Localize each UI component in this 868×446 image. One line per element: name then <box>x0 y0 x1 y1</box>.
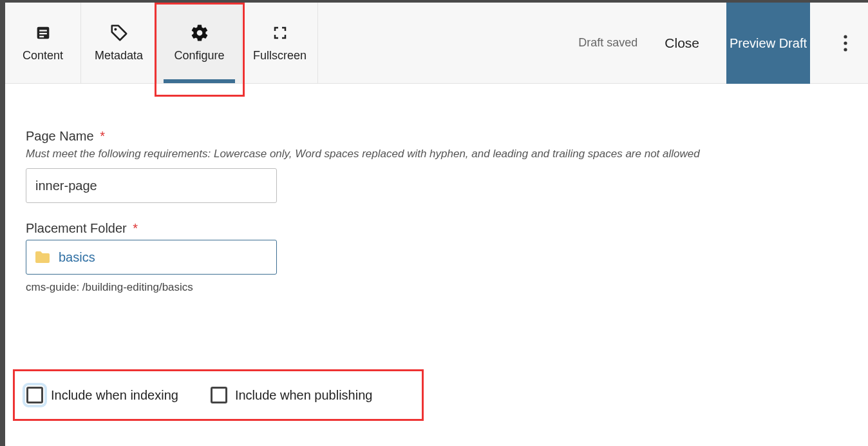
content-icon <box>33 23 53 43</box>
page-name-input[interactable] <box>26 168 277 203</box>
kebab-icon <box>844 35 847 52</box>
fullscreen-icon <box>270 23 290 43</box>
tab-content[interactable]: Content <box>5 3 81 83</box>
checkbox-box <box>26 387 43 403</box>
placement-folder-path: cms-guide: /building-editing/basics <box>26 281 842 294</box>
placement-folder-value: basics <box>59 250 95 265</box>
tab-content-label: Content <box>23 49 63 63</box>
toolbar-tabs: Content Metadata Configure Fullscreen <box>5 3 318 83</box>
page-name-help: Must meet the following requirements: Lo… <box>26 148 842 160</box>
preview-draft-button[interactable]: Preview Draft <box>726 3 810 84</box>
placement-folder-label-text: Placement Folder <box>26 221 127 235</box>
tab-metadata-label: Metadata <box>95 49 143 63</box>
svg-point-6 <box>844 41 847 44</box>
tab-configure-label: Configure <box>174 49 224 63</box>
include-publishing-label: Include when publishing <box>235 388 373 403</box>
close-button[interactable]: Close <box>657 32 707 55</box>
placement-folder-label: Placement Folder * <box>26 221 842 236</box>
field-placement-folder: Placement Folder * basics cms-guide: /bu… <box>26 221 842 294</box>
app-viewport: Content Metadata Configure Fullscreen <box>0 0 868 446</box>
left-gutter <box>0 0 5 446</box>
field-page-name: Page Name * Must meet the following requ… <box>26 129 842 203</box>
include-indexing-label: Include when indexing <box>51 388 178 403</box>
required-marker: * <box>100 129 105 143</box>
tab-metadata[interactable]: Metadata <box>81 3 157 83</box>
configure-form: Page Name * Must meet the following requ… <box>26 129 842 312</box>
svg-rect-1 <box>39 30 47 31</box>
required-marker: * <box>133 221 138 235</box>
svg-rect-2 <box>39 33 47 34</box>
page-name-label-text: Page Name <box>26 129 94 143</box>
folder-icon <box>34 250 51 264</box>
include-indexing-checkbox[interactable]: Include when indexing <box>26 387 178 403</box>
toolbar-spacer <box>318 3 578 83</box>
annotation-checkbox-highlight: Include when indexing Include when publi… <box>13 369 424 421</box>
svg-rect-3 <box>39 36 44 37</box>
svg-point-7 <box>844 48 847 51</box>
tab-configure[interactable]: Configure <box>157 3 242 83</box>
tab-fullscreen-label: Fullscreen <box>253 49 307 63</box>
draft-status: Draft saved <box>578 36 637 50</box>
more-actions-button[interactable] <box>829 3 862 84</box>
svg-point-4 <box>114 28 117 30</box>
editor-toolbar: Content Metadata Configure Fullscreen <box>5 3 868 84</box>
page-name-label: Page Name * <box>26 129 842 144</box>
tag-icon <box>109 23 129 43</box>
tab-fullscreen[interactable]: Fullscreen <box>242 3 318 83</box>
toolbar-right-actions: Draft saved Close Preview Draft <box>578 3 868 83</box>
svg-point-5 <box>844 35 847 38</box>
include-publishing-checkbox[interactable]: Include when publishing <box>211 387 373 403</box>
placement-folder-picker[interactable]: basics <box>26 240 277 275</box>
checkbox-box <box>211 387 227 403</box>
gear-icon <box>190 23 209 43</box>
